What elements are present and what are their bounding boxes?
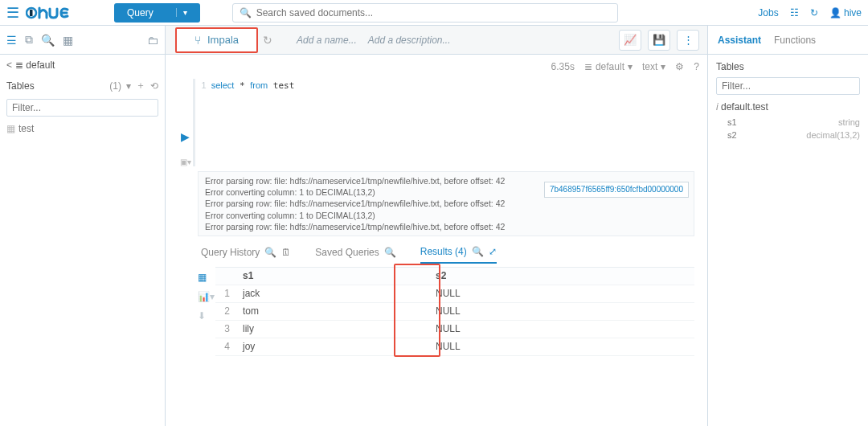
search-documents-input[interactable]: 🔍 xyxy=(232,3,618,23)
add-name-input[interactable]: Add a name... xyxy=(297,35,357,46)
tables-label: Tables xyxy=(6,80,35,92)
search-icon: 🔍 xyxy=(264,247,276,258)
jobs-link[interactable]: Jobs xyxy=(758,7,778,18)
sql-editor[interactable]: 1select * from test xyxy=(193,79,700,166)
db-stack-icon: ≣ xyxy=(15,59,23,71)
expand-icon: ⤢ xyxy=(489,246,497,257)
save-icon[interactable]: 💾 xyxy=(648,30,670,51)
search-icon: 🔍 xyxy=(472,246,484,257)
tab-saved-queries[interactable]: Saved Queries 🔍 xyxy=(315,247,395,263)
hue-logo xyxy=(26,5,82,21)
grid-icon[interactable]: ▦ xyxy=(63,34,73,47)
menu-icon[interactable]: ☰ xyxy=(6,4,19,22)
add-description-input[interactable]: Add a description... xyxy=(368,35,451,46)
col-s1[interactable]: s1 xyxy=(238,270,431,281)
help-icon[interactable]: ? xyxy=(694,61,699,72)
info-icon: i xyxy=(716,101,719,113)
add-icon[interactable]: ＋ xyxy=(136,79,145,92)
db-selector[interactable]: ≣ default ▾ xyxy=(584,61,633,72)
chart-view-icon[interactable]: 📊▾ xyxy=(198,291,215,302)
elapsed-time: 6.35s xyxy=(551,61,575,72)
tables-filter-input[interactable] xyxy=(6,99,158,117)
table-row: 1jackNULL xyxy=(215,285,694,303)
folder-icon[interactable]: 🗀 xyxy=(147,34,158,47)
right-filter-input[interactable] xyxy=(716,77,860,95)
tab-query-history[interactable]: Query History 🔍 🗓 xyxy=(201,247,291,263)
recent-icon[interactable]: ↻ xyxy=(263,34,272,47)
table-icon: ▦ xyxy=(6,123,15,134)
search-left-icon[interactable]: 🔍 xyxy=(41,34,55,47)
table-row: 4joyNULL xyxy=(215,338,694,356)
assistant-table-item[interactable]: i default.test xyxy=(716,98,860,116)
table-item-test[interactable]: ▦ test xyxy=(0,120,165,137)
database-breadcrumb[interactable]: < ≣ default xyxy=(0,55,165,76)
query-log: 7b468957f6565ff9:650fcfbd00000000 Error … xyxy=(198,171,694,236)
table-row: 2tomNULL xyxy=(215,303,694,321)
jobs-list-icon[interactable]: ☷ xyxy=(790,7,799,18)
assistant-column: s2decimal(13,2) xyxy=(716,129,860,141)
format-selector[interactable]: text ▾ xyxy=(642,61,665,72)
engine-tab-impala[interactable]: ⑂ Impala xyxy=(175,27,258,53)
more-icon[interactable]: ⋮ xyxy=(677,30,699,51)
query-button[interactable]: Query▾ xyxy=(114,3,200,23)
assistant-column: s1string xyxy=(716,116,860,129)
tables-count: (1) xyxy=(109,80,121,92)
svg-rect-1 xyxy=(30,10,33,16)
run-query-button[interactable]: ▶ xyxy=(181,130,190,143)
copy-icon[interactable]: ⧉ xyxy=(25,33,33,47)
table-row: 3lilyNULL xyxy=(215,321,694,338)
right-tables-label: Tables xyxy=(716,61,860,72)
chart-icon[interactable]: 📈 xyxy=(619,30,641,51)
chevron-left-icon: < xyxy=(6,59,12,71)
caret-down-icon: ▾ xyxy=(176,8,187,17)
tab-functions[interactable]: Functions xyxy=(774,35,816,46)
tab-assistant[interactable]: Assistant xyxy=(718,35,761,46)
user-menu[interactable]: 👤 hive xyxy=(829,7,862,18)
history-icon[interactable]: ↻ xyxy=(810,7,818,18)
download-icon[interactable]: ⬇ xyxy=(198,310,215,322)
results-table: s1 s2 1jackNULL 2tomNULL 3lilyNULL 4joyN… xyxy=(215,267,694,356)
query-id-tooltip: 7b468957f6565ff9:650fcfbd00000000 xyxy=(544,182,689,198)
col-s2[interactable]: s2 xyxy=(431,270,694,281)
settings-icon[interactable]: ⚙ xyxy=(675,61,684,72)
filter-icon[interactable]: ▾ xyxy=(126,80,131,92)
refresh-icon[interactable]: ⟲ xyxy=(150,80,158,92)
tab-results[interactable]: Results (4) 🔍 ⤢ xyxy=(420,246,497,264)
impala-icon: ⑂ xyxy=(194,34,201,47)
grid-view-icon[interactable]: ▦ xyxy=(198,272,215,283)
search-icon: 🔍 xyxy=(384,247,396,258)
calendar-icon: 🗓 xyxy=(281,247,291,258)
search-icon: 🔍 xyxy=(240,7,252,18)
stop-icon[interactable]: ▣▾ xyxy=(180,158,191,166)
db-icon[interactable]: ☰ xyxy=(6,34,17,47)
